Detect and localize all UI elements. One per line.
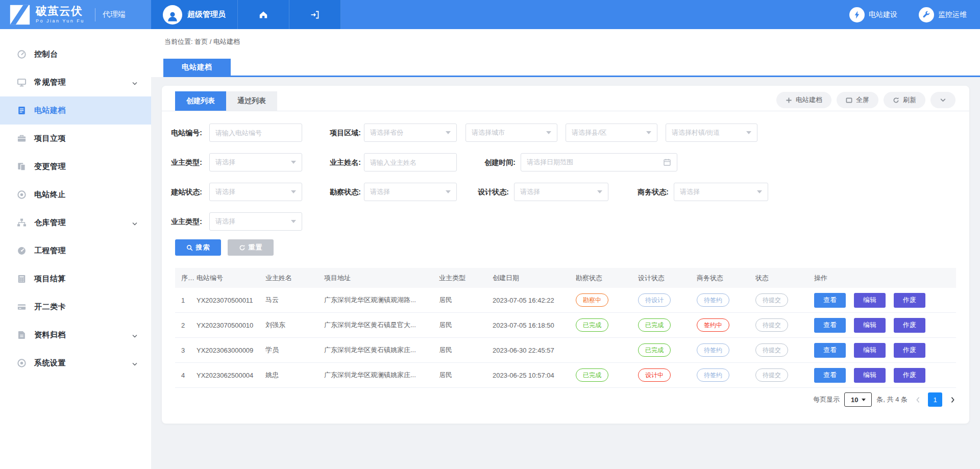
filter-select-8[interactable]: 请选择 <box>209 183 302 201</box>
filter-select-3[interactable]: 请选择县/区 <box>566 124 657 142</box>
column-header: 商务状态 <box>697 274 755 283</box>
column-header: 电站编号 <box>197 274 265 283</box>
column-header: 状态 <box>755 274 814 283</box>
cell-owner_type: 居民 <box>439 345 493 355</box>
sidebar-item-3[interactable]: 项目立项 <box>0 125 151 153</box>
filter-input-0[interactable] <box>209 124 302 142</box>
gauge-icon <box>17 246 27 256</box>
filter-placeholder: 请选择村镇/街道 <box>672 128 743 137</box>
breadcrumb-bar: 当前位置: 首页 / 电站建档 电站建档 <box>151 29 980 77</box>
sidebar-item-11[interactable]: 系统设置 <box>0 349 151 377</box>
column-header: 项目地址 <box>324 274 439 283</box>
sidebar-item-label: 控制台 <box>34 50 58 59</box>
filter-text-input[interactable] <box>215 129 296 137</box>
cell-actions: 查看编辑作废 <box>814 293 956 308</box>
top-nav-operations[interactable]: 监控运维 <box>919 7 967 22</box>
total-count-label: 条, 共 4 条 <box>876 395 908 404</box>
sidebar-item-5[interactable]: 电站终止 <box>0 181 151 209</box>
filter-placeholder: 请选择 <box>680 187 754 196</box>
table-row: 2YX2023070500010刘强东广东深圳龙华区黄石镇星官大...居民202… <box>175 313 956 338</box>
logo-subtitle: Po Jian Yun Fu <box>36 19 85 23</box>
dropdown-caret-icon <box>291 220 296 223</box>
filter-text-input[interactable] <box>370 159 451 166</box>
cell-address: 广东深圳龙华区黄石镇姚家庄... <box>324 345 439 355</box>
dropdown-caret-icon <box>446 190 451 193</box>
top-nav-construction[interactable]: 电站建设 <box>849 7 897 22</box>
top-nav-label: 电站建设 <box>869 10 897 19</box>
status-badge: 已完成 <box>576 368 608 382</box>
edit-button[interactable]: 编辑 <box>854 318 886 333</box>
tab-underline <box>163 76 980 77</box>
filter-select-9[interactable]: 请选择 <box>364 183 457 201</box>
logo-title: 破茧云伏 <box>36 6 85 17</box>
chevron-down-icon <box>132 80 138 86</box>
filter-select-5[interactable]: 请选择 <box>209 153 302 171</box>
reset-icon <box>239 244 246 251</box>
filter-select-11[interactable]: 请选择 <box>674 183 768 201</box>
filter-select-12[interactable]: 请选择 <box>209 212 302 231</box>
sidebar-item-4[interactable]: 变更管理 <box>0 153 151 181</box>
sidebar-item-9[interactable]: 开二类卡 <box>0 293 151 321</box>
sidebar-item-label: 变更管理 <box>34 162 66 171</box>
void-button[interactable]: 作废 <box>894 343 925 358</box>
sidebar-item-2[interactable]: 电站建档 <box>0 96 151 125</box>
per-page-select[interactable]: 10 <box>844 392 872 407</box>
cell-actions: 查看编辑作废 <box>814 368 956 383</box>
sidebar-item-7[interactable]: 工程管理 <box>0 237 151 265</box>
per-page-label: 每页显示 <box>813 395 840 404</box>
doc-icon <box>17 106 27 115</box>
column-header: 创建日期 <box>493 274 576 283</box>
select-caret-icon <box>862 399 866 401</box>
filter-select-2[interactable]: 请选择城市 <box>465 124 557 142</box>
void-button[interactable]: 作废 <box>894 368 925 383</box>
void-button[interactable]: 作废 <box>894 318 925 333</box>
cell-code: YX2023062500004 <box>197 372 265 379</box>
void-button[interactable]: 作废 <box>894 293 925 308</box>
sidebar-item-6[interactable]: 仓库管理 <box>0 209 151 237</box>
filter-select-10[interactable]: 请选择 <box>514 183 608 201</box>
edit-button[interactable]: 编辑 <box>854 343 886 358</box>
per-page-value: 10 <box>851 396 858 404</box>
sidebar-item-10[interactable]: 资料归档 <box>0 321 151 349</box>
home-button[interactable] <box>238 0 289 29</box>
sidebar-item-0[interactable]: 控制台 <box>0 40 151 68</box>
view-button[interactable]: 查看 <box>814 343 846 358</box>
logout-button[interactable] <box>289 0 341 29</box>
user-menu[interactable]: 超级管理员 <box>151 0 238 29</box>
table-header-row: 序号电站编号业主姓名项目地址业主类型创建日期勘察状态设计状态商务状态状态操作 <box>175 268 956 288</box>
cell-code: YX2023070500010 <box>197 322 265 329</box>
search-button[interactable]: 搜索 <box>175 239 221 256</box>
cell-created: 2023-07-05 16:18:50 <box>493 322 576 329</box>
status-badge: 勘察中 <box>576 293 608 307</box>
cell-survey: 已完成 <box>576 368 638 382</box>
reset-button[interactable]: 重置 <box>228 239 274 256</box>
sidebar-item-1[interactable]: 常规管理 <box>0 68 151 96</box>
cell-actions: 查看编辑作废 <box>814 318 956 333</box>
edit-button[interactable]: 编辑 <box>854 368 886 383</box>
page-number[interactable]: 1 <box>928 392 942 407</box>
column-header: 序号 <box>181 274 197 283</box>
next-page-button[interactable] <box>947 392 958 407</box>
cell-no: 1 <box>181 297 197 304</box>
prev-page-button[interactable] <box>912 392 923 407</box>
filter-select-4[interactable]: 请选择村镇/街道 <box>666 124 757 142</box>
filter-label: 建站状态: <box>162 183 202 201</box>
briefcase-icon <box>17 134 27 143</box>
sidebar-item-8[interactable]: 项目结算 <box>0 265 151 293</box>
view-button[interactable]: 查看 <box>814 368 846 383</box>
filter-label: 项目区域: <box>300 124 361 142</box>
filter-input-6[interactable] <box>364 153 457 171</box>
filter-select-1[interactable]: 请选择省份 <box>364 124 457 142</box>
filter-date-7[interactable]: 请选择日期范围 <box>521 153 677 171</box>
table-row: 3YX2023063000009学员广东深圳龙华区黄石镇姚家庄...居民2023… <box>175 338 956 363</box>
view-button[interactable]: 查看 <box>814 293 846 308</box>
sidebar-item-label: 电站建档 <box>34 106 66 115</box>
logo-divider <box>95 8 95 21</box>
cell-created: 2023-06-30 22:45:57 <box>493 347 576 354</box>
sitemap-icon <box>17 218 27 228</box>
cell-owner: 刘强东 <box>265 320 324 330</box>
filter-placeholder: 请选择 <box>215 158 288 167</box>
edit-button[interactable]: 编辑 <box>854 293 886 308</box>
page-tab[interactable]: 电站建档 <box>163 59 231 76</box>
view-button[interactable]: 查看 <box>814 318 846 333</box>
